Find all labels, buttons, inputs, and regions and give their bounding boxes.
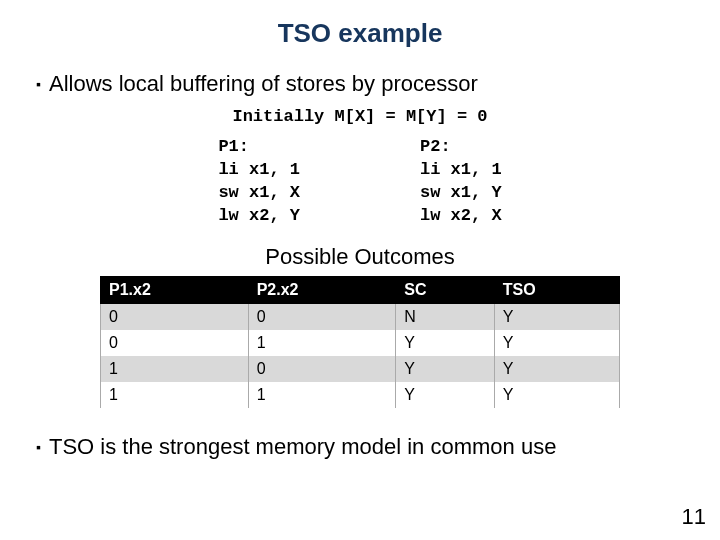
p2-label: P2: <box>420 137 451 156</box>
bullet-item-2: ▪ TSO is the strongest memory model in c… <box>28 434 692 460</box>
th-tso: TSO <box>494 276 619 303</box>
p1-line3: lw x2, Y <box>218 206 300 225</box>
p2-line1: li x1, 1 <box>420 160 502 179</box>
cell: Y <box>494 382 619 408</box>
cell: Y <box>494 330 619 356</box>
table-header-row: P1.x2 P2.x2 SC TSO <box>101 276 620 303</box>
cell: 0 <box>248 356 396 382</box>
cell: 1 <box>248 382 396 408</box>
table-row: 0 1 Y Y <box>101 330 620 356</box>
cell: 0 <box>248 303 396 330</box>
cell: 1 <box>248 330 396 356</box>
code-block-p1: P1: li x1, 1 sw x1, X lw x2, Y <box>218 136 300 228</box>
outcomes-table: P1.x2 P2.x2 SC TSO 0 0 N Y 0 1 Y Y 1 0 Y… <box>100 276 620 408</box>
cell: 1 <box>101 356 249 382</box>
table-row: 1 0 Y Y <box>101 356 620 382</box>
p2-line3: lw x2, X <box>420 206 502 225</box>
cell: Y <box>396 330 494 356</box>
outcomes-title: Possible Outcomes <box>28 244 692 270</box>
cell: Y <box>396 382 494 408</box>
slide-title: TSO example <box>28 18 692 49</box>
code-block-p2: P2: li x1, 1 sw x1, Y lw x2, X <box>420 136 502 228</box>
page-number: 11 <box>682 504 706 530</box>
p1-label: P1: <box>218 137 249 156</box>
cell: Y <box>494 356 619 382</box>
bullet-text: TSO is the strongest memory model in com… <box>49 434 556 460</box>
cell: 0 <box>101 330 249 356</box>
cell: Y <box>494 303 619 330</box>
table-row: 1 1 Y Y <box>101 382 620 408</box>
bullet-item-1: ▪ Allows local buffering of stores by pr… <box>28 71 692 97</box>
table-row: 0 0 N Y <box>101 303 620 330</box>
bullet-icon: ▪ <box>36 76 41 92</box>
cell: Y <box>396 356 494 382</box>
cell: 1 <box>101 382 249 408</box>
th-sc: SC <box>396 276 494 303</box>
bullet-text: Allows local buffering of stores by proc… <box>49 71 478 97</box>
cell: 0 <box>101 303 249 330</box>
p2-line2: sw x1, Y <box>420 183 502 202</box>
th-p2x2: P2.x2 <box>248 276 396 303</box>
p1-line1: li x1, 1 <box>218 160 300 179</box>
code-columns: P1: li x1, 1 sw x1, X lw x2, Y P2: li x1… <box>28 136 692 228</box>
p1-line2: sw x1, X <box>218 183 300 202</box>
initial-condition: Initially M[X] = M[Y] = 0 <box>28 107 692 126</box>
th-p1x2: P1.x2 <box>101 276 249 303</box>
bullet-icon: ▪ <box>36 439 41 455</box>
cell: N <box>396 303 494 330</box>
